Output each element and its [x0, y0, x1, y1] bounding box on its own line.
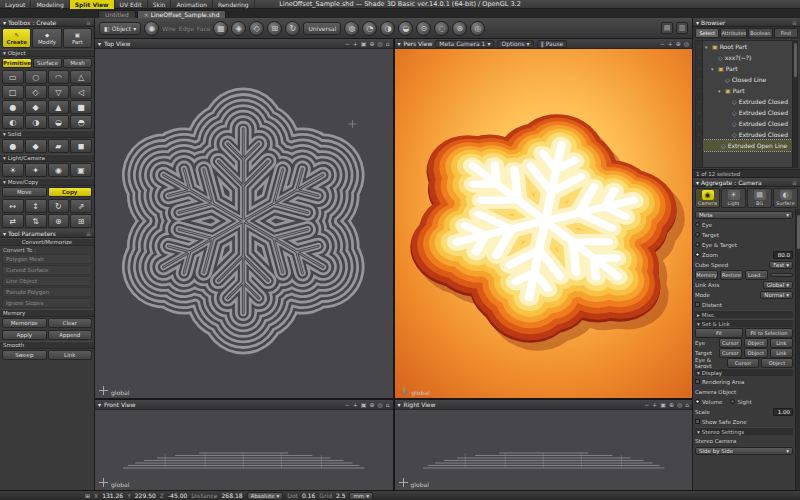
menu-tab-modeling[interactable]: Modeling [31, 0, 69, 9]
eye-target-object-button[interactable]: Object [761, 358, 793, 368]
stereo-mode-dropdown[interactable]: Side by Side ▾ [695, 447, 793, 455]
viewport-right[interactable]: ▾ Right View − + ▣ ⊕ ◎ ⌂ [395, 400, 693, 490]
zoom-input[interactable]: 80.0 [773, 251, 793, 259]
tree-row-extruded-4[interactable]: ◇ Extruded Closed [703, 129, 792, 140]
expander-icon[interactable]: ▾ [705, 44, 710, 50]
manipulator-icon[interactable]: ⊞ [267, 21, 282, 36]
memorize-button[interactable]: Memorize [2, 318, 47, 328]
unit-dropdown[interactable]: mm ▾ [349, 492, 372, 500]
mesh-tab-button[interactable]: Mesh [63, 58, 92, 68]
clear-button[interactable]: Clear [48, 318, 93, 328]
tab-light[interactable]: ☀ Light [721, 188, 746, 208]
tree-scrollbar[interactable] [792, 41, 797, 167]
triangle-down-tool-icon[interactable]: ▽ [48, 85, 70, 99]
primitive-tab-button[interactable]: Primitive [2, 58, 32, 68]
tab-bg[interactable]: ▤ BG [747, 188, 772, 208]
shading-bottom-icon[interactable]: ◒ [398, 21, 413, 36]
mode-dropdown[interactable]: Normal ▾ [760, 291, 793, 299]
menu-tab-animation[interactable]: Animation [171, 0, 213, 9]
wireframe-icon[interactable]: ◌ [434, 21, 449, 36]
effects-icon[interactable]: ⊛ [452, 21, 467, 36]
reset-view-icon[interactable]: ⌂ [386, 40, 390, 47]
light-camera-section-header[interactable]: ▾ Light/Camera [0, 154, 94, 162]
mirror-v-icon[interactable]: ⇅ [25, 214, 47, 228]
render-preview-icon[interactable]: ◍ [344, 21, 359, 36]
solid-slab-icon[interactable]: ▰ [48, 139, 70, 153]
rectangle-tool-icon[interactable]: ▭ [2, 70, 24, 84]
half-sphere-right-tool-icon[interactable]: ◑ [25, 115, 47, 129]
chevron-down-icon[interactable]: ▾ [98, 40, 101, 47]
edge-mode-label[interactable]: Edge [179, 25, 194, 32]
solid-sphere-icon[interactable]: ● [2, 139, 24, 153]
reset-view-icon[interactable]: ⌂ [386, 401, 390, 408]
sphere-tool-icon[interactable]: ● [2, 100, 24, 114]
apply-button[interactable]: Apply [2, 330, 47, 340]
maximize-view-icon[interactable]: ▣ [660, 401, 666, 408]
safe-zone-checkbox[interactable] [695, 419, 700, 424]
tab-find[interactable]: Find [774, 28, 798, 38]
convert-option-polygon-mesh[interactable]: Polygon Mesh [2, 254, 92, 264]
texture-icon[interactable]: ⊙ [416, 21, 431, 36]
front-view-canvas[interactable] [95, 410, 393, 490]
camera-select-dropdown[interactable]: Meta Camera 1 ▾ [435, 40, 494, 48]
coordinate-mode-dropdown[interactable]: Absolute ▾ [247, 492, 284, 500]
tree-row-part[interactable]: ▾ ▣ Part [703, 63, 792, 74]
link-button[interactable]: Link [48, 350, 93, 360]
rotate-view-icon[interactable]: ◎ [377, 401, 382, 408]
zoom-in-icon[interactable]: + [668, 40, 673, 47]
zoom-out-icon[interactable]: − [345, 40, 350, 47]
dome-tool-icon[interactable]: ◒ [48, 115, 70, 129]
target-link-button[interactable]: Link [770, 348, 794, 358]
diamond-tool-icon[interactable]: ◇ [25, 85, 47, 99]
viewport-front-label[interactable]: Front View [104, 401, 135, 408]
convert-option-ignore-slopes[interactable]: Ignore Slopes [2, 298, 92, 308]
tree-row-root-part[interactable]: ▾ ▣ Root Part [703, 41, 792, 52]
create-mode-button[interactable]: ✎ Create [2, 28, 31, 48]
menu-tab-layout[interactable]: Layout [0, 0, 31, 9]
solid-section-header[interactable]: ▾ Solid [0, 130, 94, 138]
rotate-view-icon[interactable]: ◎ [677, 401, 682, 408]
circle-tool-icon[interactable]: ○ [25, 70, 47, 84]
translate-y-icon[interactable]: ↕ [25, 199, 47, 213]
menu-tab-uv-edit[interactable]: UV Edit [115, 0, 148, 9]
square-tool-icon[interactable]: □ [2, 85, 24, 99]
array-icon[interactable]: ⊞ [70, 214, 92, 228]
move-button[interactable]: Move [2, 187, 47, 197]
offset-icon[interactable]: ⊕ [48, 214, 70, 228]
move-copy-section-header[interactable]: ▾ Move/Copy [0, 178, 94, 186]
tab-attributes[interactable]: Attributes [720, 28, 747, 38]
tree-row-camera[interactable]: ◇ xxx?(~?) [703, 52, 792, 63]
tab-camera[interactable]: ◉ Camera [695, 188, 720, 208]
zoom-out-icon[interactable]: − [644, 401, 649, 408]
tab-lineoffset-sample[interactable]: × LineOffset_Sample.shd [137, 10, 227, 18]
maximize-view-icon[interactable]: ▣ [361, 40, 367, 47]
spot-light-icon[interactable]: ✦ [25, 163, 47, 177]
browser-panel-header[interactable]: ▾ Browser ≡ [693, 18, 800, 27]
cone-tool-icon[interactable]: ▲ [48, 100, 70, 114]
display-section-header[interactable]: ▾ Display [695, 368, 793, 376]
dome-up-tool-icon[interactable]: ◓ [70, 115, 92, 129]
viewport-top-label[interactable]: Top View [104, 40, 130, 47]
properties-scrollbar[interactable] [795, 209, 800, 490]
copy-button[interactable]: Copy [48, 187, 93, 197]
tab-untitled[interactable]: Untitled [98, 10, 136, 18]
volume-radio[interactable] [695, 399, 700, 404]
solid-diamond-icon[interactable]: ◆ [25, 139, 47, 153]
modify-mode-button[interactable]: ◆ Modify [32, 28, 61, 48]
target-object-button[interactable]: Object [744, 348, 768, 358]
eye-cursor-button[interactable]: Cursor [719, 338, 743, 348]
append-button[interactable]: Append [48, 330, 93, 340]
load-button[interactable]: Load... [745, 270, 768, 280]
solid-cube-icon[interactable]: ◼ [70, 139, 92, 153]
pan-icon[interactable]: ⊕ [369, 40, 374, 47]
panel-layout-icon[interactable]: ▤ [661, 22, 673, 34]
viewport-right-label[interactable]: Right View [404, 401, 436, 408]
grid-toggle-icon[interactable]: ▦ [213, 21, 228, 36]
wire-mode-label[interactable]: Wire [162, 25, 176, 32]
fit-to-selection-button[interactable]: Fit to Selection [745, 328, 793, 338]
arc-tool-icon[interactable]: ◠ [48, 70, 70, 84]
zoom-in-icon[interactable]: + [353, 40, 358, 47]
maximize-view-icon[interactable]: ▣ [361, 401, 367, 408]
right-view-canvas[interactable] [395, 410, 693, 490]
toolbox-panel-header[interactable]: ▾ Toolbox : Create ≡ [0, 18, 94, 27]
